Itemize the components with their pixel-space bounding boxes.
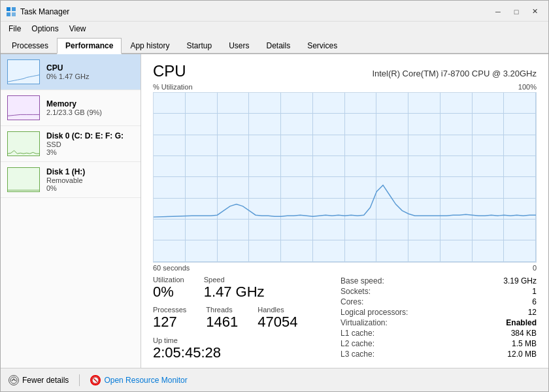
svg-line-10 <box>94 378 97 382</box>
y-axis-label: % Utilization <box>153 83 193 91</box>
cpu-stats: 0% 1.47 GHz <box>46 73 89 80</box>
processes-label: Processes <box>153 306 186 314</box>
spec-l1: L1 cache: 384 KB <box>341 328 537 338</box>
disk1-type: Removable <box>46 176 85 184</box>
disk0-info: Disk 0 (C: D: E: F: G: SSD 3% <box>46 131 124 156</box>
logical-key: Logical processors: <box>341 308 408 317</box>
uptime-row: Up time 2:05:45:28 <box>153 336 341 361</box>
logical-val: 12 <box>528 308 537 317</box>
svg-rect-2 <box>7 12 10 16</box>
memory-thumbnail <box>7 95 40 120</box>
cpu-label: CPU <box>46 63 89 73</box>
tab-processes[interactable]: Processes <box>3 38 57 53</box>
tab-users[interactable]: Users <box>220 38 258 53</box>
disk1-label: Disk 1 (H:) <box>46 167 85 176</box>
title-bar-controls: ─ □ ✕ <box>490 5 543 18</box>
l3-val: 12.0 MB <box>507 350 537 359</box>
disk1-info: Disk 1 (H:) Removable 0% <box>46 167 85 192</box>
sidebar-item-disk0[interactable]: Disk 0 (C: D: E: F: G: SSD 3% <box>1 126 141 162</box>
fewer-details-button[interactable]: Fewer details <box>8 375 69 385</box>
detail-header: CPU Intel(R) Core(TM) i7-8700 CPU @ 3.20… <box>153 62 537 80</box>
title-bar-left: Task Manager <box>6 7 69 17</box>
uptime-block: Up time 2:05:45:28 <box>153 336 221 361</box>
specs-panel: Base speed: 3.19 GHz Sockets: 1 Cores: 6… <box>341 276 537 361</box>
tab-details[interactable]: Details <box>258 38 299 53</box>
disk0-type: SSD <box>46 140 124 148</box>
menu-bar: File Options View <box>1 22 548 36</box>
time-right: 0 <box>533 264 537 272</box>
sidebar: CPU 0% 1.47 GHz Memory 2.1/23.3 GB (9%) <box>1 54 141 368</box>
cpu-thumbnail <box>7 59 40 84</box>
fewer-details-label: Fewer details <box>22 376 69 385</box>
memory-stats: 2.1/23.3 GB (9%) <box>46 108 102 116</box>
resource-monitor-icon <box>90 375 101 385</box>
footer-divider <box>79 374 80 386</box>
l1-val: 384 KB <box>511 329 537 338</box>
proc-threads-handles-row: Processes 127 Threads 1461 Handles 47054 <box>153 306 341 331</box>
menu-options[interactable]: Options <box>26 23 63 35</box>
detail-subtitle: Intel(R) Core(TM) i7-8700 CPU @ 3.20GHz <box>372 69 537 78</box>
cpu-graph <box>153 92 537 263</box>
virt-key: Virtualization: <box>341 318 388 327</box>
svg-rect-4 <box>8 60 39 84</box>
threads-block: Threads 1461 <box>206 306 238 331</box>
cores-val: 6 <box>532 297 537 306</box>
svg-rect-0 <box>7 7 10 11</box>
tab-startup[interactable]: Startup <box>178 38 220 53</box>
stats-section: Utilization 0% Speed 1.47 GHz Processes … <box>153 276 537 361</box>
speed-block: Speed 1.47 GHz <box>204 276 265 301</box>
fewer-details-icon <box>8 375 19 385</box>
sidebar-item-cpu[interactable]: CPU 0% 1.47 GHz <box>1 54 141 90</box>
sidebar-item-disk1[interactable]: Disk 1 (H:) Removable 0% <box>1 162 141 198</box>
tabs-bar: Processes Performance App history Startu… <box>1 36 548 54</box>
cpu-line-graph <box>154 93 536 220</box>
spec-cores: Cores: 6 <box>341 297 537 307</box>
menu-view[interactable]: View <box>64 23 92 35</box>
disk1-value: 0% <box>46 184 85 192</box>
handles-block: Handles 47054 <box>258 306 297 331</box>
disk0-value: 3% <box>46 148 124 156</box>
menu-file[interactable]: File <box>3 23 26 35</box>
base-speed-key: Base speed: <box>341 276 384 286</box>
uptime-value: 2:05:45:28 <box>153 344 221 361</box>
svg-rect-3 <box>12 12 16 16</box>
detail-title: CPU <box>153 62 186 80</box>
sidebar-item-memory[interactable]: Memory 2.1/23.3 GB (9%) <box>1 90 141 126</box>
spec-l2: L2 cache: 1.5 MB <box>341 338 537 349</box>
svg-point-8 <box>10 377 17 384</box>
l1-key: L1 cache: <box>341 329 374 338</box>
sockets-key: Sockets: <box>341 287 371 296</box>
close-button[interactable]: ✕ <box>526 5 543 18</box>
base-speed-val: 3.19 GHz <box>503 276 537 286</box>
app-icon <box>6 7 16 17</box>
spec-l3: L3 cache: 12.0 MB <box>341 349 537 359</box>
resource-monitor-label: Open Resource Monitor <box>104 376 187 385</box>
virt-val: Enabled <box>506 318 537 327</box>
open-resource-monitor-button[interactable]: Open Resource Monitor <box>90 375 187 385</box>
svg-rect-1 <box>12 7 16 11</box>
l2-key: L2 cache: <box>341 339 374 348</box>
graph-labels: % Utilization 100% <box>153 83 537 91</box>
memory-label: Memory <box>46 99 102 108</box>
cores-key: Cores: <box>341 297 363 306</box>
tab-services[interactable]: Services <box>299 38 346 53</box>
tab-performance[interactable]: Performance <box>57 38 122 54</box>
detail-panel: CPU Intel(R) Core(TM) i7-8700 CPU @ 3.20… <box>141 54 548 368</box>
handles-value: 47054 <box>258 314 297 331</box>
spec-logical: Logical processors: 12 <box>341 307 537 318</box>
tab-app-history[interactable]: App history <box>122 38 178 53</box>
time-left: 60 seconds <box>153 264 190 272</box>
disk0-thumbnail <box>7 131 40 156</box>
svg-point-9 <box>92 376 99 383</box>
svg-rect-7 <box>8 168 39 191</box>
memory-info: Memory 2.1/23.3 GB (9%) <box>46 99 102 116</box>
minimize-button[interactable]: ─ <box>490 5 507 18</box>
utilization-value: 0% <box>153 284 184 301</box>
processes-value: 127 <box>153 314 186 331</box>
l3-key: L3 cache: <box>341 350 374 359</box>
utilization-speed-row: Utilization 0% Speed 1.47 GHz <box>153 276 341 301</box>
y-axis-max: 100% <box>518 83 537 91</box>
speed-label: Speed <box>204 276 265 284</box>
l2-val: 1.5 MB <box>512 339 537 348</box>
maximize-button[interactable]: □ <box>508 5 525 18</box>
